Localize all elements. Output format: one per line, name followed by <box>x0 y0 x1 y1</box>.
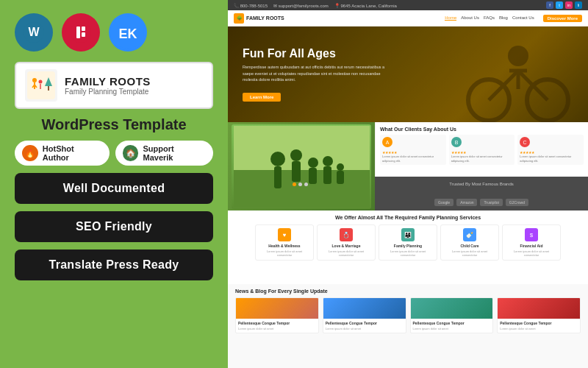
top-bar: 📞 800-788-5015 ✉ support@familyroots.com… <box>228 0 588 10</box>
blog-post-0: Pellentesque Congue Tempor Lorem ipsum d… <box>235 297 319 333</box>
instagram-icon: in <box>565 1 573 9</box>
nav-links: Home About Us FAQs Blog Contact Us <box>445 15 534 21</box>
service-1-desc: Lorem ipsum dolor sit amet consectetur <box>320 250 372 257</box>
trusted-logo-2: Trustpilot <box>480 199 502 206</box>
blog-post-0-text: Lorem ipsum dolor sit amet <box>238 327 316 330</box>
avatar-1: A <box>382 137 392 147</box>
service-4: $ Financial Aid Lorem ipsum dolor sit am… <box>502 224 561 261</box>
blog-post-2-title: Pellentesque Congue Tempor <box>413 321 491 325</box>
svg-text:C: C <box>523 140 527 145</box>
testimonial-3: C ★★★★★ Lorem ipsum dolor sit amet conse… <box>517 135 584 165</box>
svg-point-2 <box>71 22 91 43</box>
hero-title: Fun For All Ages <box>243 47 390 60</box>
svg-rect-30 <box>292 161 301 182</box>
testimonials-grid: A ★★★★★ Lorem ipsum dolor sit amet conse… <box>380 135 584 165</box>
testimonial-text-2: Lorem ipsum dolor sit amet consectetur a… <box>451 155 513 163</box>
blog-post-1-text: Lorem ipsum dolor sit amet <box>326 327 404 330</box>
email-text: ✉ support@familyroots.com <box>273 3 329 8</box>
blog-content-1: Pellentesque Congue Tempor Lorem ipsum d… <box>323 319 406 333</box>
svg-rect-25 <box>234 126 370 170</box>
blog-img-1 <box>323 298 406 319</box>
family-svg <box>234 126 370 207</box>
nav-link-about[interactable]: About Us <box>461 15 479 21</box>
service-4-name: Financial Aid <box>506 244 557 248</box>
facebook-icon: f <box>546 1 553 9</box>
service-3-icon: 🍼 <box>463 228 476 241</box>
service-0-desc: Lorem ipsum dolor sit amet consectetur <box>259 250 310 257</box>
hotshot-label: HotShot Author <box>43 144 102 162</box>
feature-translate-press[interactable]: Translate Press Ready <box>15 250 213 280</box>
service-2-name: Family Planning <box>382 244 434 248</box>
service-4-icon: $ <box>525 228 538 241</box>
service-3: 🍼 Child Care Lorem ipsum dolor sit amet … <box>440 224 499 261</box>
nav-cta-button[interactable]: Discover More <box>543 15 582 22</box>
svg-point-33 <box>323 156 333 166</box>
svg-point-27 <box>270 152 285 166</box>
nav-link-contact[interactable]: Contact Us <box>512 15 534 21</box>
svg-text:A: A <box>386 140 390 145</box>
hotshot-badge: 🔥 HotShot Author <box>15 141 110 166</box>
service-4-desc: Lorem ipsum dolor sit amet consectetur <box>506 250 557 257</box>
hero-section: Fun For All Ages Remperdisse autem quibu… <box>228 26 588 122</box>
trusted-section: Trusted By Most Famous Brands Google Ama… <box>375 177 588 210</box>
testimonials-title: What Our Clients Say About Us <box>380 127 584 132</box>
service-0-icon: ♥ <box>278 228 291 241</box>
hotshot-icon: 🔥 <box>22 145 38 161</box>
brand-text: FAMILY ROOTS Family Planning Template <box>65 75 151 96</box>
feature-seo-friendly[interactable]: SEO Friendly <box>15 211 213 242</box>
support-badge: 🏠 Support Maverik <box>115 141 213 166</box>
testimonials-section: What Our Clients Say About Us A ★★★★★ Lo… <box>375 122 588 177</box>
badges-row: 🔥 HotShot Author 🏠 Support Maverik <box>15 141 213 166</box>
nav-logo: 🌳 FAMILY ROOTS <box>234 13 284 24</box>
hero-content: Fun For All Ages Remperdisse autem quibu… <box>243 47 390 102</box>
blog-post-3-title: Pellentesque Congue Tempor <box>500 321 578 325</box>
service-2-desc: Lorem ipsum dolor sit amet consectetur <box>382 250 434 257</box>
hero-cta-button[interactable]: Learn More <box>243 93 281 102</box>
brand-name: FAMILY ROOTS <box>65 75 151 88</box>
feature-well-documented[interactable]: Well Documented <box>15 173 213 204</box>
wp-template-label: WordPress Template <box>15 116 213 133</box>
svg-point-29 <box>290 149 302 161</box>
linkedin-icon: li <box>575 1 582 9</box>
blog-section: News & Blog For Every Single Update Pell… <box>228 284 588 368</box>
support-label: Support Maverik <box>143 144 206 162</box>
service-1-name: Love & Marriage <box>320 244 372 248</box>
svg-text:EK: EK <box>118 26 137 41</box>
blog-post-2: Pellentesque Congue Tempor Lorem ipsum d… <box>410 297 494 333</box>
nav-link-faqs[interactable]: FAQs <box>484 15 495 21</box>
brand-logo-icon <box>25 69 57 102</box>
nav-logo-icon: 🌳 <box>234 13 244 24</box>
service-2: 👨‍👩‍👧 Family Planning Lorem ipsum dolor … <box>379 224 437 261</box>
blog-post-3-text: Lorem ipsum dolor sit amet <box>500 327 578 330</box>
blog-content-2: Pellentesque Congue Tempor Lorem ipsum d… <box>411 319 493 333</box>
blog-post-2-text: Lorem ipsum dolor sit amet <box>413 327 491 330</box>
blog-img-3 <box>498 298 580 319</box>
platform-icons-row: W EK <box>15 13 213 52</box>
dot-3[interactable] <box>304 183 308 186</box>
hero-silhouette <box>459 34 577 122</box>
service-0: ♥ Health & Wellness Lorem ipsum dolor si… <box>255 224 314 261</box>
service-1-icon: 💍 <box>340 228 353 241</box>
dot-1[interactable] <box>293 183 296 186</box>
trusted-logo-3: G2Crowd <box>506 199 528 206</box>
svg-rect-28 <box>274 166 282 188</box>
nav-link-blog[interactable]: Blog <box>499 15 508 21</box>
svg-point-35 <box>337 163 344 171</box>
svg-text:B: B <box>454 140 458 145</box>
dot-2[interactable] <box>298 183 302 186</box>
testimonial-text-3: Lorem ipsum dolor sit amet consectetur a… <box>520 155 581 163</box>
svg-point-22 <box>508 46 528 66</box>
elementor-icon <box>62 13 100 52</box>
avatar-2: B <box>451 137 462 147</box>
support-icon: 🏠 <box>123 145 139 161</box>
blog-img-0 <box>236 298 318 319</box>
left-panel: W EK <box>0 0 228 368</box>
blog-img-2 <box>411 298 493 319</box>
blog-grid: Pellentesque Congue Tempor Lorem ipsum d… <box>235 297 581 333</box>
main-nav: 🌳 FAMILY ROOTS Home About Us FAQs Blog C… <box>228 10 588 26</box>
address-text: 📍 9645 Acacia Lane, California <box>334 3 397 8</box>
nav-link-home[interactable]: Home <box>445 15 456 21</box>
services-title: We Offer Almost All The Required Family … <box>235 215 581 220</box>
svg-rect-3 <box>76 26 80 38</box>
svg-rect-32 <box>309 168 317 184</box>
